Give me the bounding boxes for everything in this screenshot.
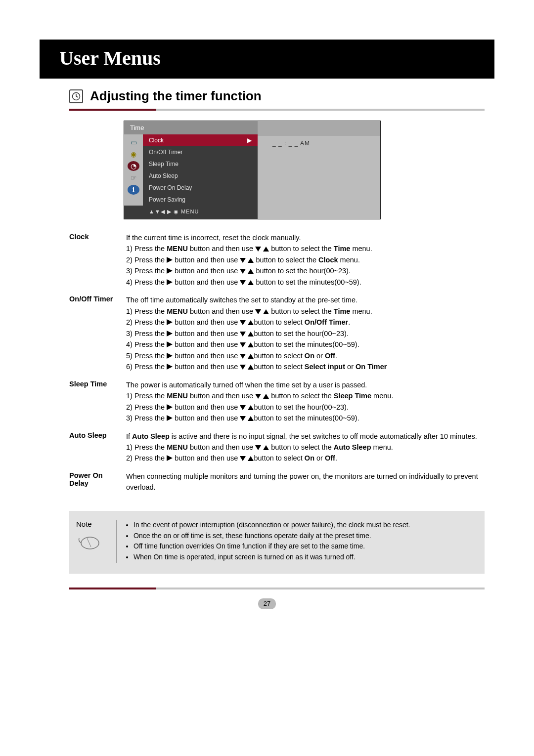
label-onoff: On/Off Timer — [69, 294, 121, 372]
right-arrow-icon — [167, 257, 173, 263]
right-arrow-icon — [167, 279, 173, 285]
osd-clock-value: _ _ : _ _ AM — [272, 140, 310, 147]
note-box: Note In the event of power interruption … — [69, 511, 485, 574]
right-arrow-icon — [167, 268, 173, 274]
note-left: Note — [76, 520, 117, 563]
osd-menu-list: Clock▶ On/Off Timer Sleep Time Auto Slee… — [143, 134, 258, 206]
banner-title: User Menus — [40, 40, 494, 79]
bottom-rule — [69, 588, 485, 589]
osd-item-pod: Power On Delay — [143, 182, 258, 194]
section-pod: Power On Delay When connecting multiple … — [69, 471, 485, 493]
osd-item-sleep: Sleep Time — [143, 158, 258, 170]
section-sleep: Sleep Time The power is automatically tu… — [69, 379, 485, 424]
osd-item-psave: Power Saving — [143, 194, 258, 206]
body-clock: If the current time is incorrect, reset … — [126, 232, 485, 288]
up-arrow-icon — [248, 269, 254, 274]
note-item: In the event of power interruption (disc… — [134, 520, 410, 531]
osd-title: Time — [124, 121, 258, 134]
down-arrow-icon — [240, 269, 246, 274]
osd-item-onoff: On/Off Timer — [143, 146, 258, 158]
body-pod: When connecting multiple monitors and tu… — [126, 471, 485, 493]
osd-item-autosleep: Auto Sleep — [143, 170, 258, 182]
disc-icon: ◉ — [128, 149, 139, 159]
down-arrow-icon — [255, 247, 261, 252]
note-list: In the event of power interruption (disc… — [127, 520, 410, 563]
osd-icon-rail: ▭ ◉ ◔ ☞ i — [124, 134, 143, 206]
osd-screenshot: Time ▭ ◉ ◔ ☞ i Clock▶ On/Off Timer Sleep… — [124, 121, 381, 219]
svg-line-7 — [87, 538, 91, 547]
section-auto: Auto Sleep If Auto Sleep is active and t… — [69, 431, 485, 464]
note-title: Note — [76, 520, 111, 528]
heading-underline — [69, 109, 485, 111]
info-icon: i — [128, 185, 139, 195]
hand-icon: ☞ — [128, 173, 139, 183]
svg-line-5 — [76, 96, 78, 97]
down-arrow-icon — [240, 280, 246, 285]
clock-icon — [69, 89, 83, 103]
up-arrow-icon — [263, 247, 269, 252]
mouse-icon — [76, 533, 111, 553]
body-auto: If Auto Sleep is active and there is no … — [126, 431, 485, 464]
osd-right-pane: _ _ : _ _ AM — [258, 121, 380, 219]
note-item: Once the on or off time is set, these fu… — [134, 531, 410, 542]
note-item: Off time function overrides On time func… — [134, 541, 410, 552]
page-number: 27 — [258, 598, 276, 609]
body-sleep: The power is automatically turned off wh… — [126, 379, 485, 424]
osd-nav-hint: ▲▼◀ ▶ ◉ MENU — [124, 206, 258, 219]
heading-row: Adjusting the timer function — [69, 88, 485, 104]
section-onoff: On/Off Timer The off time automatically … — [69, 294, 485, 372]
up-arrow-icon — [248, 280, 254, 285]
up-arrow-icon — [248, 258, 254, 263]
osd-item-clock: Clock▶ — [143, 134, 258, 146]
monitor-icon: ▭ — [128, 137, 139, 147]
label-sleep: Sleep Time — [69, 379, 121, 424]
down-arrow-icon — [240, 258, 246, 263]
label-clock: Clock — [69, 232, 121, 288]
page-heading: Adjusting the timer function — [90, 88, 262, 104]
clock-icon: ◔ — [128, 161, 139, 171]
body-onoff: The off time automatically switches the … — [126, 294, 485, 372]
section-clock: Clock If the current time is incorrect, … — [69, 232, 485, 288]
svg-point-6 — [81, 537, 99, 549]
note-item: When On time is operated, input screen i… — [134, 552, 410, 563]
label-pod: Power On Delay — [69, 471, 121, 493]
label-auto: Auto Sleep — [69, 431, 121, 464]
